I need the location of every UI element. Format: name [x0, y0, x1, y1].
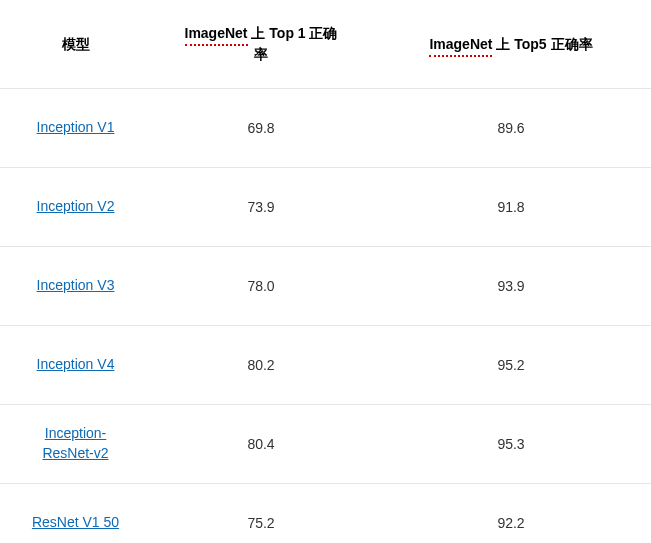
header-top5-rest: 上 Top5 正确率 — [492, 36, 592, 52]
table-row: Inception V480.295.2 — [0, 326, 651, 405]
header-model: 模型 — [0, 0, 151, 89]
model-link[interactable]: ResNet V1 50 — [22, 513, 129, 533]
top5-cell: 93.9 — [371, 247, 651, 326]
top1-cell: 75.2 — [151, 484, 371, 544]
table-row: ResNet V1 5075.292.2 — [0, 484, 651, 544]
top1-value: 69.8 — [247, 120, 274, 136]
table-body: Inception V169.889.6Inception V273.991.8… — [0, 89, 651, 544]
header-top5-prefix: ImageNet — [429, 34, 492, 55]
header-top1-line2: 率 — [254, 46, 268, 62]
model-link[interactable]: Inception V1 — [27, 118, 125, 138]
table-row: Inception-ResNet-v280.495.3 — [0, 405, 651, 484]
table-row: Inception V378.093.9 — [0, 247, 651, 326]
top5-value: 91.8 — [497, 199, 524, 215]
top1-cell: 73.9 — [151, 168, 371, 247]
top5-cell: 92.2 — [371, 484, 651, 544]
top5-value: 93.9 — [497, 278, 524, 294]
model-cell: ResNet V1 50 — [0, 484, 151, 544]
model-link[interactable]: Inception V3 — [27, 276, 125, 296]
top5-value: 95.3 — [497, 436, 524, 452]
model-link[interactable]: Inception V4 — [27, 355, 125, 375]
top5-cell: 95.3 — [371, 405, 651, 484]
table-row: Inception V273.991.8 — [0, 168, 651, 247]
top1-cell: 80.4 — [151, 405, 371, 484]
top5-cell: 91.8 — [371, 168, 651, 247]
model-cell: Inception V3 — [0, 247, 151, 326]
top1-value: 73.9 — [247, 199, 274, 215]
top1-cell: 78.0 — [151, 247, 371, 326]
top1-cell: 69.8 — [151, 89, 371, 168]
top1-value: 80.2 — [247, 357, 274, 373]
model-cell: Inception V2 — [0, 168, 151, 247]
model-cell: Inception V1 — [0, 89, 151, 168]
top1-cell: 80.2 — [151, 326, 371, 405]
top5-value: 95.2 — [497, 357, 524, 373]
header-top1-prefix: ImageNet — [185, 23, 248, 44]
top1-value: 75.2 — [247, 515, 274, 531]
top5-value: 92.2 — [497, 515, 524, 531]
header-top1: ImageNet 上 Top 1 正确 率 — [151, 0, 371, 89]
model-cell: Inception V4 — [0, 326, 151, 405]
top5-cell: 89.6 — [371, 89, 651, 168]
top1-value: 80.4 — [247, 436, 274, 452]
model-link[interactable]: Inception V2 — [27, 197, 125, 217]
header-top1-mid: 上 Top 1 正确 — [248, 25, 338, 41]
table-header-row: 模型 ImageNet 上 Top 1 正确 率 ImageNet 上 Top5… — [0, 0, 651, 89]
header-top5: ImageNet 上 Top5 正确率 — [371, 0, 651, 89]
top5-value: 89.6 — [497, 120, 524, 136]
accuracy-table: 模型 ImageNet 上 Top 1 正确 率 ImageNet 上 Top5… — [0, 0, 651, 543]
top1-value: 78.0 — [247, 278, 274, 294]
table-row: Inception V169.889.6 — [0, 89, 651, 168]
top5-cell: 95.2 — [371, 326, 651, 405]
model-cell: Inception-ResNet-v2 — [0, 405, 151, 484]
model-link[interactable]: Inception-ResNet-v2 — [32, 424, 118, 463]
